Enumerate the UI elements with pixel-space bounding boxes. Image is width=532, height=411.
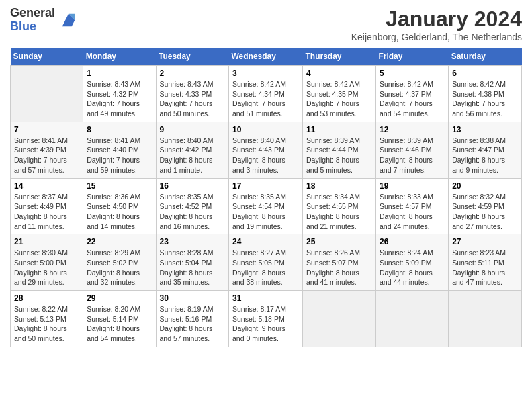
- day-info: Sunrise: 8:39 AM Sunset: 4:44 PM Dayligh…: [306, 136, 372, 175]
- day-number: 16: [160, 181, 226, 191]
- day-info: Sunrise: 8:22 AM Sunset: 5:13 PM Dayligh…: [14, 304, 79, 344]
- day-number: 5: [380, 68, 445, 78]
- calendar-week-row: 1Sunrise: 8:43 AM Sunset: 4:32 PM Daylig…: [11, 66, 522, 122]
- day-info: Sunrise: 8:34 AM Sunset: 4:55 PM Dayligh…: [306, 192, 372, 232]
- day-info: Sunrise: 8:30 AM Sunset: 5:00 PM Dayligh…: [14, 248, 79, 287]
- logo-icon: [59, 11, 78, 30]
- day-info: Sunrise: 8:42 AM Sunset: 4:37 PM Dayligh…: [380, 79, 445, 119]
- calendar-cell: 6Sunrise: 8:42 AM Sunset: 4:38 PM Daylig…: [449, 66, 522, 122]
- weekday-header-saturday: Saturday: [449, 48, 522, 66]
- calendar-cell: 4Sunrise: 8:42 AM Sunset: 4:35 PM Daylig…: [302, 66, 375, 122]
- day-number: 3: [232, 68, 299, 78]
- day-info: Sunrise: 8:35 AM Sunset: 4:52 PM Dayligh…: [160, 192, 226, 232]
- page-header: General Blue January 2024 Keijenborg, Ge…: [10, 7, 522, 42]
- day-info: Sunrise: 8:43 AM Sunset: 4:33 PM Dayligh…: [160, 79, 226, 119]
- calendar-cell: [11, 66, 83, 122]
- day-number: 30: [160, 293, 226, 303]
- calendar-header-row: SundayMondayTuesdayWednesdayThursdayFrid…: [11, 48, 522, 66]
- day-info: Sunrise: 8:17 AM Sunset: 5:18 PM Dayligh…: [232, 304, 299, 344]
- day-number: 27: [452, 237, 518, 246]
- day-number: 22: [87, 237, 152, 246]
- day-info: Sunrise: 8:24 AM Sunset: 5:09 PM Dayligh…: [380, 248, 445, 287]
- calendar-cell: 19Sunrise: 8:33 AM Sunset: 4:57 PM Dayli…: [375, 178, 448, 234]
- location-subtitle: Keijenborg, Gelderland, The Netherlands: [351, 32, 522, 42]
- day-number: 8: [87, 125, 152, 134]
- calendar-cell: 3Sunrise: 8:42 AM Sunset: 4:34 PM Daylig…: [229, 66, 303, 122]
- calendar-cell: 27Sunrise: 8:23 AM Sunset: 5:11 PM Dayli…: [449, 234, 522, 291]
- day-number: 12: [380, 125, 445, 134]
- day-number: 28: [14, 293, 79, 303]
- day-info: Sunrise: 8:42 AM Sunset: 4:35 PM Dayligh…: [306, 79, 372, 119]
- day-info: Sunrise: 8:27 AM Sunset: 5:05 PM Dayligh…: [232, 248, 299, 287]
- calendar-cell: 17Sunrise: 8:35 AM Sunset: 4:54 PM Dayli…: [229, 178, 303, 234]
- calendar-table: SundayMondayTuesdayWednesdayThursdayFrid…: [10, 48, 522, 347]
- calendar-cell: 24Sunrise: 8:27 AM Sunset: 5:05 PM Dayli…: [229, 234, 303, 291]
- calendar-week-row: 7Sunrise: 8:41 AM Sunset: 4:39 PM Daylig…: [11, 122, 522, 178]
- day-info: Sunrise: 8:28 AM Sunset: 5:04 PM Dayligh…: [160, 248, 226, 287]
- weekday-header-tuesday: Tuesday: [156, 48, 229, 66]
- day-info: Sunrise: 8:40 AM Sunset: 4:43 PM Dayligh…: [232, 136, 299, 175]
- day-info: Sunrise: 8:38 AM Sunset: 4:47 PM Dayligh…: [452, 136, 518, 175]
- day-info: Sunrise: 8:29 AM Sunset: 5:02 PM Dayligh…: [87, 248, 152, 287]
- day-number: 24: [232, 237, 299, 246]
- calendar-cell: 9Sunrise: 8:40 AM Sunset: 4:42 PM Daylig…: [156, 122, 229, 178]
- calendar-cell: 21Sunrise: 8:30 AM Sunset: 5:00 PM Dayli…: [11, 234, 83, 291]
- calendar-cell: 28Sunrise: 8:22 AM Sunset: 5:13 PM Dayli…: [11, 291, 83, 347]
- calendar-cell: 20Sunrise: 8:32 AM Sunset: 4:59 PM Dayli…: [449, 178, 522, 234]
- calendar-cell: 14Sunrise: 8:37 AM Sunset: 4:49 PM Dayli…: [11, 178, 83, 234]
- day-number: 6: [452, 68, 518, 78]
- day-info: Sunrise: 8:36 AM Sunset: 4:50 PM Dayligh…: [87, 192, 152, 232]
- weekday-header-thursday: Thursday: [302, 48, 375, 66]
- day-number: 13: [452, 125, 518, 134]
- day-info: Sunrise: 8:26 AM Sunset: 5:07 PM Dayligh…: [306, 248, 372, 287]
- calendar-cell: 22Sunrise: 8:29 AM Sunset: 5:02 PM Dayli…: [83, 234, 156, 291]
- day-number: 7: [14, 125, 79, 134]
- day-info: Sunrise: 8:40 AM Sunset: 4:42 PM Dayligh…: [160, 136, 226, 175]
- day-number: 31: [232, 293, 299, 303]
- calendar-cell: 26Sunrise: 8:24 AM Sunset: 5:09 PM Dayli…: [375, 234, 448, 291]
- day-number: 1: [87, 68, 152, 78]
- day-number: 2: [160, 68, 226, 78]
- day-info: Sunrise: 8:39 AM Sunset: 4:46 PM Dayligh…: [380, 136, 445, 175]
- day-info: Sunrise: 8:42 AM Sunset: 4:34 PM Dayligh…: [232, 79, 299, 119]
- calendar-cell: 16Sunrise: 8:35 AM Sunset: 4:52 PM Dayli…: [156, 178, 229, 234]
- calendar-cell: 13Sunrise: 8:38 AM Sunset: 4:47 PM Dayli…: [449, 122, 522, 178]
- calendar-cell: 1Sunrise: 8:43 AM Sunset: 4:32 PM Daylig…: [83, 66, 156, 122]
- day-info: Sunrise: 8:23 AM Sunset: 5:11 PM Dayligh…: [452, 248, 518, 287]
- calendar-cell: 30Sunrise: 8:19 AM Sunset: 5:16 PM Dayli…: [156, 291, 229, 347]
- day-info: Sunrise: 8:20 AM Sunset: 5:14 PM Dayligh…: [87, 304, 152, 344]
- calendar-cell: 10Sunrise: 8:40 AM Sunset: 4:43 PM Dayli…: [229, 122, 303, 178]
- calendar-cell: 7Sunrise: 8:41 AM Sunset: 4:39 PM Daylig…: [11, 122, 83, 178]
- calendar-cell: 12Sunrise: 8:39 AM Sunset: 4:46 PM Dayli…: [375, 122, 448, 178]
- calendar-cell: 18Sunrise: 8:34 AM Sunset: 4:55 PM Dayli…: [302, 178, 375, 234]
- weekday-header-sunday: Sunday: [11, 48, 83, 66]
- day-number: 9: [160, 125, 226, 134]
- day-info: Sunrise: 8:19 AM Sunset: 5:16 PM Dayligh…: [160, 304, 226, 344]
- day-number: 25: [306, 237, 372, 246]
- weekday-header-friday: Friday: [375, 48, 448, 66]
- calendar-cell: 5Sunrise: 8:42 AM Sunset: 4:37 PM Daylig…: [375, 66, 448, 122]
- calendar-cell: 29Sunrise: 8:20 AM Sunset: 5:14 PM Dayli…: [83, 291, 156, 347]
- day-number: 11: [306, 125, 372, 134]
- calendar-cell: 15Sunrise: 8:36 AM Sunset: 4:50 PM Dayli…: [83, 178, 156, 234]
- title-block: January 2024 Keijenborg, Gelderland, The…: [351, 7, 522, 42]
- day-number: 14: [14, 181, 79, 191]
- day-number: 26: [380, 237, 445, 246]
- day-number: 4: [306, 68, 372, 78]
- day-number: 20: [452, 181, 518, 191]
- day-info: Sunrise: 8:32 AM Sunset: 4:59 PM Dayligh…: [452, 192, 518, 232]
- day-number: 15: [87, 181, 152, 191]
- day-info: Sunrise: 8:33 AM Sunset: 4:57 PM Dayligh…: [380, 192, 445, 232]
- logo-blue: Blue: [10, 20, 55, 34]
- calendar-week-row: 28Sunrise: 8:22 AM Sunset: 5:13 PM Dayli…: [11, 291, 522, 347]
- calendar-cell: [449, 291, 522, 347]
- calendar-cell: 2Sunrise: 8:43 AM Sunset: 4:33 PM Daylig…: [156, 66, 229, 122]
- day-number: 29: [87, 293, 152, 303]
- weekday-header-wednesday: Wednesday: [229, 48, 303, 66]
- calendar-cell: 25Sunrise: 8:26 AM Sunset: 5:07 PM Dayli…: [302, 234, 375, 291]
- calendar-cell: 8Sunrise: 8:41 AM Sunset: 4:40 PM Daylig…: [83, 122, 156, 178]
- calendar-cell: [375, 291, 448, 347]
- day-info: Sunrise: 8:35 AM Sunset: 4:54 PM Dayligh…: [232, 192, 299, 232]
- month-year-title: January 2024: [351, 7, 522, 32]
- day-info: Sunrise: 8:43 AM Sunset: 4:32 PM Dayligh…: [87, 79, 152, 119]
